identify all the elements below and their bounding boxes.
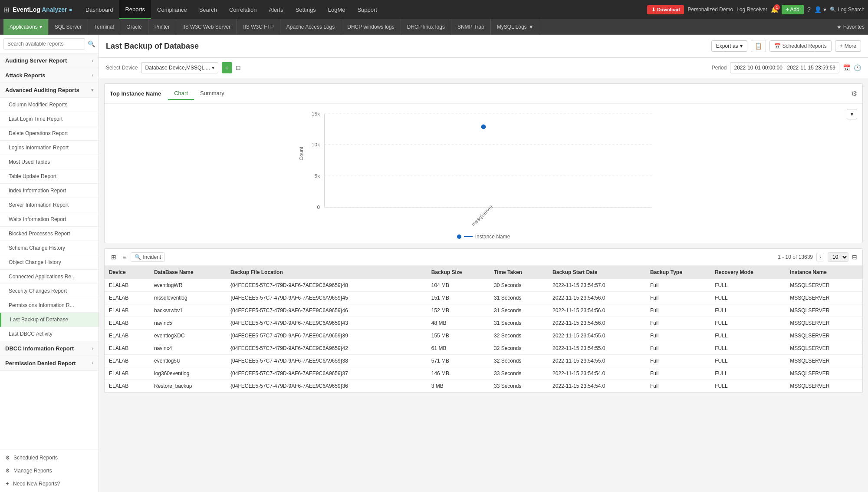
sidebar-item-waits-info[interactable]: Waits Information Report (0, 212, 99, 227)
download-button[interactable]: ⬇ Download (647, 5, 684, 14)
sidebar-item-attack-reports[interactable]: Attack Reports › (0, 68, 99, 83)
sidebar-item-delete-ops[interactable]: Delete Operations Report (0, 126, 99, 141)
nav-settings[interactable]: Settings (289, 0, 322, 19)
tab-apache[interactable]: Apache Access Logs (280, 19, 341, 35)
need-reports-link[interactable]: ✦ Need New Reports? (0, 477, 99, 490)
table-head: Device DataBase Name Backup File Locatio… (105, 266, 862, 279)
sidebar-item-advanced-auditing[interactable]: Advanced Auditing Reports ▾ (0, 83, 99, 98)
chart-body: ▾ 0 5k 10k (105, 104, 862, 243)
tab-dhcp-windows[interactable]: DHCP windows logs (341, 19, 401, 35)
calendar-period-icon[interactable]: 📅 (843, 64, 850, 71)
sidebar-item-logins-info[interactable]: Logins Information Report (0, 141, 99, 155)
table-row: ELALAB eventlog5U {04FECEE5-57C7-479D-9A… (105, 355, 862, 367)
filter-icon[interactable]: ⊟ (236, 64, 241, 71)
clock-period-icon[interactable]: 🕐 (854, 64, 861, 71)
main-layout: 🔍 Auditing Server Report › Attack Report… (0, 35, 868, 492)
filter-bar: Select Device Database Device,MSSQL ... … (99, 58, 868, 78)
sidebar-item-security-changes[interactable]: Security Changes Report (0, 284, 99, 298)
device-dropdown-icon: ▾ (212, 65, 214, 71)
chart-header: Top Instance Name Chart Summary ⚙ (105, 84, 862, 104)
tab-iis-ftp[interactable]: IIS W3C FTP (237, 19, 280, 35)
sidebar-item-column-modified[interactable]: Column Modified Reports (0, 98, 99, 112)
sidebar-item-blocked-processes[interactable]: Blocked Processes Report (0, 227, 99, 241)
grid-icon[interactable]: ⊞ (3, 6, 9, 14)
nav-support[interactable]: Support (351, 0, 383, 19)
tab-snmp[interactable]: SNMP Trap (451, 19, 491, 35)
cell-file-loc: {04FECEE5-57C7-479D-9AF6-7AEE9C6A9659}45 (226, 292, 427, 304)
sidebar-item-index-info[interactable]: Index Information Report (0, 184, 99, 198)
log-search-nav[interactable]: 🔍 Log Search (830, 7, 865, 13)
tab-mysql[interactable]: MySQL Logs ▼ (491, 19, 540, 35)
nav-search[interactable]: Search (193, 0, 223, 19)
sidebar-item-auditing-server[interactable]: Auditing Server Report › (0, 53, 99, 68)
nav-logme[interactable]: LogMe (322, 0, 352, 19)
page-size-select[interactable]: 10 (828, 252, 848, 262)
tab-sql-server[interactable]: SQL Server (49, 19, 88, 35)
tab-iis-web[interactable]: IIS W3C Web Server (176, 19, 237, 35)
nav-dashboard[interactable]: Dashboard (79, 0, 119, 19)
table-row: ELALAB eventlogWR {04FECEE5-57C7-479D-9A… (105, 279, 862, 292)
cell-db-name: log360eventlog (150, 367, 226, 380)
sidebar-item-last-backup[interactable]: Last Backup of Database (0, 313, 99, 327)
favorites-button[interactable]: ★ Favorites (837, 24, 865, 30)
manage-reports-link[interactable]: ⚙ Manage Reports (0, 464, 99, 477)
nav-alerts[interactable]: Alerts (263, 0, 289, 19)
scheduled-reports-button[interactable]: 📅 Scheduled Reports (769, 40, 832, 52)
chart-tab-chart[interactable]: Chart (168, 87, 194, 100)
device-select[interactable]: Database Device,MSSQL ... ▾ (141, 62, 218, 73)
personalized-demo-link[interactable]: Personalized Demo (687, 7, 733, 13)
nav-compliance[interactable]: Compliance (151, 0, 193, 19)
more-button[interactable]: + More (835, 40, 861, 52)
sidebar-item-dbcc-info[interactable]: DBCC Information Report › (0, 341, 99, 356)
grid-view-icon[interactable]: ⊞ (110, 252, 118, 262)
tab-dhcp-linux[interactable]: DHCP linux logs (401, 19, 451, 35)
col-time-taken: Time Taken (490, 266, 548, 279)
search-icon-button[interactable]: 🔍 (88, 40, 95, 47)
tab-oracle[interactable]: Oracle (120, 19, 148, 35)
chart-tab-summary[interactable]: Summary (194, 87, 230, 100)
tab-applications[interactable]: Applications ▾ (3, 19, 49, 35)
cell-file-loc: {04FECEE5-57C7-479D-9AF6-7AEE9C6A9659}42 (226, 342, 427, 355)
sidebar-item-connected-apps[interactable]: Connected Applications Re... (0, 270, 99, 284)
mysql-more-icon: ▼ (529, 24, 534, 30)
sidebar-item-permissions-info[interactable]: Permissions Information R... (0, 298, 99, 313)
table-section: ⊞ ≡ 🔍 Incident 1 - 10 of 13639 › 10 ⊟ (104, 248, 863, 393)
user-icon[interactable]: 👤 ▾ (814, 6, 826, 13)
sidebar-item-last-dbcc[interactable]: Last DBCC Activity (0, 327, 99, 341)
list-view-icon[interactable]: ≡ (121, 252, 127, 262)
col-database-name: DataBase Name (150, 266, 226, 279)
table-header-row: Device DataBase Name Backup File Locatio… (105, 266, 862, 279)
tab-printer[interactable]: Printer (148, 19, 176, 35)
export-button[interactable]: Export as ▾ (711, 40, 747, 52)
nav-correlation[interactable]: Correlation (223, 0, 263, 19)
question-icon[interactable]: ? (807, 6, 811, 13)
columns-toggle-icon[interactable]: ⊟ (852, 254, 857, 261)
cell-recovery-mode: FULL (710, 279, 786, 292)
chart-settings-icon[interactable]: ⚙ (851, 89, 857, 98)
sidebar-item-schema-change[interactable]: Schema Change History (0, 241, 99, 255)
chart-dropdown[interactable]: ▾ (847, 109, 857, 119)
cell-instance: MSSQLSERVER (786, 292, 862, 304)
sidebar-item-server-info[interactable]: Server Information Report (0, 198, 99, 212)
nav-reports[interactable]: Reports (119, 0, 151, 19)
next-page-button[interactable]: › (816, 253, 824, 261)
cell-time-taken: 32 Seconds (490, 330, 548, 342)
tab-terminal[interactable]: Terminal (88, 19, 120, 35)
sidebar-item-permission-denied[interactable]: Permission Denied Report › (0, 356, 99, 371)
period-input[interactable]: 2022-10-01 00:00:00 - 2022-11-15 23:59:5… (730, 62, 839, 73)
report-icon-button[interactable]: 📋 (751, 40, 766, 52)
search-input[interactable] (3, 38, 85, 50)
incident-tag[interactable]: 🔍 Incident (131, 252, 165, 262)
sidebar-item-table-update[interactable]: Table Update Report (0, 169, 99, 184)
add-device-button[interactable]: + (222, 62, 232, 73)
log-receiver-link[interactable]: Log Receiver (736, 7, 767, 13)
legend-dot (457, 234, 461, 239)
scheduled-reports-link[interactable]: ⚙ Scheduled Reports (0, 451, 99, 464)
bell-icon[interactable]: 🔔 1 (771, 6, 778, 13)
sidebar-item-most-used-tables[interactable]: Most Used Tables (0, 155, 99, 169)
add-button[interactable]: + Add (782, 5, 804, 14)
sidebar-item-last-login[interactable]: Last Login Time Report (0, 112, 99, 126)
cell-device: ELALAB (105, 317, 150, 330)
cell-backup-type: Full (646, 367, 710, 380)
sidebar-item-object-change[interactable]: Object Change History (0, 255, 99, 270)
